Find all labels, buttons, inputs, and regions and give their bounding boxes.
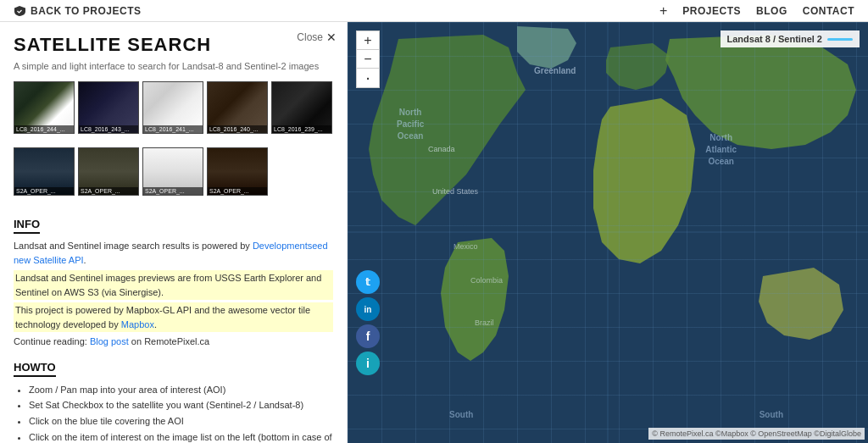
info-text-1: Landsat and Sentinel image search result… [14,239,333,267]
sat-image-8[interactable]: S2A_OPER_... [142,147,203,196]
map-attribution: © RemotePixel.ca ©Mapbox © OpenStreetMap… [648,428,865,440]
main-layout: Close ✕ SATELLITE SEARCH A simple and li… [0,22,868,443]
map-area[interactable]: Greenland NorthPacificOcean NorthAtlanti… [348,22,868,443]
panel-subtitle: A simple and light interface to search f… [14,61,333,71]
sat-image-9[interactable]: S2A_OPER_... [207,147,268,196]
zoom-reset-button[interactable]: · [357,69,379,87]
panel-title: SATELLITE SEARCH [14,34,333,56]
home-icon[interactable]: + [659,3,667,19]
facebook-label: f [366,329,370,343]
close-x-icon: ✕ [326,30,337,44]
sat-label-8: S2A_OPER_... [143,187,203,195]
left-panel: Close ✕ SATELLITE SEARCH A simple and li… [0,22,348,443]
info-highlight-1: Landsat and Sentinel images previews are… [14,270,333,300]
map-zoom-controls: + − · [356,30,380,88]
world-map [348,22,868,443]
sat-label-2: LC8_2016_243_... [79,125,138,133]
howto-item-1: Zoom / Pan map into your area of interes… [29,382,333,398]
howto-item-2: Set Sat Checkbox to the satellite you wa… [29,397,333,413]
info-title: INFO [14,218,40,234]
projects-nav-link[interactable]: PROJECTS [682,5,741,17]
map-legend: Landsat 8 / Sentinel 2 [721,30,860,47]
shield-icon [14,5,25,17]
sat-image-1[interactable]: LC8_2016_244_... [14,81,75,134]
legend-line [827,38,853,41]
satellite-image-grid: LC8_2016_244_... LC8_2016_243_... LC8_20… [14,81,333,134]
howto-item-4: Click on the item of interest on the ima… [29,429,333,443]
satellite-image-grid-2: S2A_OPER_... S2A_OPER_... S2A_OPER_... S… [14,147,333,196]
facebook-icon[interactable]: f [356,324,380,348]
twitter-label: 𝕥 [365,276,370,288]
sat-image-3[interactable]: LC8_2016_241_... [142,81,203,134]
sat-image-6[interactable]: S2A_OPER_... [14,147,75,196]
sat-label-5: LC8_2016_239_... [272,125,331,133]
sat-label-6: S2A_OPER_... [14,187,74,195]
howto-section: HOWTO Zoom / Pan map into your area of i… [14,352,333,444]
blog-post-link[interactable]: Blog post [90,336,129,346]
contact-nav-link[interactable]: CONTACT [803,5,854,17]
info-text-continue: Continue reading: Blog post on RemotePix… [14,335,333,349]
sat-label-3: LC8_2016_241_... [143,125,203,133]
sat-label-4: LC8_2016_240_... [208,125,267,133]
sat-image-7[interactable]: S2A_OPER_... [78,147,139,196]
info-icon[interactable]: i [356,352,380,375]
linkedin-label: in [364,305,372,314]
blog-nav-link[interactable]: BLOG [756,5,787,17]
sat-image-2[interactable]: LC8_2016_243_... [78,81,139,134]
howto-list: Zoom / Pan map into your area of interes… [14,382,333,444]
back-label: BACK TO PROJECTS [31,5,141,17]
linkedin-icon[interactable]: in [356,297,380,321]
mapbox-link[interactable]: Mapbox [121,319,154,329]
sat-image-5[interactable]: LC8_2016_239_... [271,81,332,134]
howto-item-3: Click on the blue tile covering the AOI [29,413,333,429]
info-label: i [366,357,370,370]
sat-label-9: S2A_OPER_... [208,187,267,195]
top-navigation: BACK TO PROJECTS + PROJECTS BLOG CONTACT [0,0,868,22]
close-label: Close [297,31,323,43]
back-to-projects-link[interactable]: BACK TO PROJECTS [14,5,141,17]
sat-image-4[interactable]: LC8_2016_240_... [207,81,268,134]
sat-label-7: S2A_OPER_... [79,187,138,195]
info-section: INFO Landsat and Sentinel image search r… [14,209,333,349]
sat-label-1: LC8_2016_244_... [14,125,74,133]
twitter-icon[interactable]: 𝕥 [356,270,380,294]
howto-title: HOWTO [14,361,56,377]
zoom-in-button[interactable]: + [357,31,379,50]
panel-close-button[interactable]: Close ✕ [297,30,337,44]
legend-label: Landsat 8 / Sentinel 2 [727,34,822,44]
social-icons: 𝕥 in f i [356,270,380,375]
info-highlight-2: This project is powered by Mapbox-GL API… [14,302,333,332]
right-nav: + PROJECTS BLOG CONTACT [659,3,854,19]
zoom-out-button[interactable]: − [357,50,379,69]
svg-rect-3 [348,22,868,443]
